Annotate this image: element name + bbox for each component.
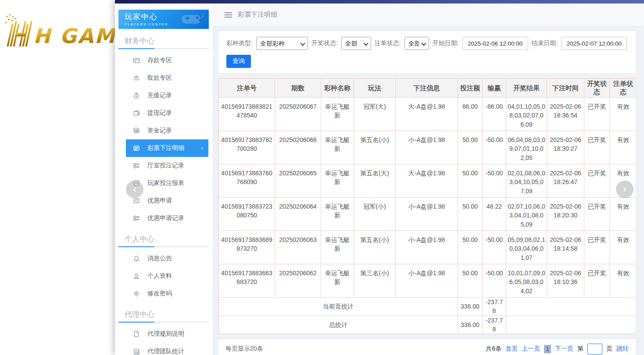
cell-win-loss: 48.22 [483,198,506,231]
sidebar-item-agent-team-stats[interactable]: 代理团队统计 [126,343,208,355]
sidebar-item-change-password[interactable]: 修改密码 [126,285,208,302]
col-draw-status: 开奖状态 [584,79,610,98]
cell-win-loss: -86.00 [483,98,506,131]
table-row: 401569173883760768090 20250206065 幸运飞艇新 … [219,164,637,198]
cell-draw-status: 已开奖 [584,131,610,164]
cell-order-status: 有效 [610,198,637,231]
cell-bet-time: 2025-02-06 18:36:54 [547,98,584,131]
page-summary-label: 当前页统计 [219,298,458,316]
sidebar-item-label: 资金记录 [147,127,172,135]
cell-amount: 50.00 [458,198,483,231]
start-date-input[interactable] [462,37,528,50]
cell-bet-info: 小-A盘@1.98 [396,231,458,264]
sidebar-item-label: 存款专区 [147,57,172,64]
cell-result: 10,01,07,09,06,05,08,03,04,02 [506,264,547,298]
sidebar-item-label: 优惠申请 [147,197,172,205]
user-icon [132,273,140,280]
sidebar-item-withdrawal-records[interactable]: 提现记录 [126,104,208,122]
total-summary-amount: 336.00 [458,316,483,334]
col-period: 期数 [275,79,321,98]
hgame-logo-icon: H GAME [2,12,133,48]
query-button[interactable]: 查询 [226,55,251,68]
expand-right-arrow-icon[interactable]: › [616,181,633,198]
end-date-label: 结束日期: [532,39,558,47]
cell-order-no: 401569173883782700280 [219,131,275,164]
cell-order-no: 401569173883663683720 [219,264,275,298]
cell-play: 冠军(大) [354,98,396,131]
cell-lottery: 幸运飞艇新 [321,98,354,131]
gamepad-icon [180,11,205,28]
cell-period: 20250206062 [275,264,321,298]
cell-order-status: 有效 [610,231,637,264]
cell-play: 第五名(小) [354,131,396,164]
cell-result: 05,09,08,02,10,03,04,06,01,07 [506,231,547,264]
sidebar-item-lottery-bet-details[interactable]: 彩票下注明细 › [126,139,208,157]
cell-bet-info: 大-A盘@1.98 [396,98,458,131]
cell-bet-info: 大-A盘@1.98 [396,164,458,198]
sidebar-item-label: 彩票下注明细 [147,144,184,152]
page-summary-row: 当前页统计 336.00 -237.78 [219,298,637,316]
end-date-input[interactable] [561,37,627,50]
sidebar-item-label: 修改密码 [147,290,172,298]
sidebar-item-withdraw-zone[interactable]: 取款专区 [126,69,208,87]
first-page-link[interactable]: 首页 [505,345,518,353]
top-gradient-strip [115,0,644,4]
cell-draw-status: 已开奖 [584,231,610,264]
col-result: 开奖结果 [506,79,547,98]
table-header-row: 注单号 期数 彩种名称 玩法 下注信息 投注额 输赢 开奖结果 下注时间 开奖状… [219,79,637,98]
cell-amount: 50.00 [458,264,483,298]
cell-bet-time: 2025-02-06 18:20:30 [547,198,584,231]
sidebar-item-fund-records[interactable]: 资金记录 [126,122,208,139]
hall-list-icon [132,162,140,170]
sidebar-header: 玩家中心 PLAYERS CENTER [118,10,209,29]
cell-play: 第五名(大) [354,164,396,198]
bets-table: 注单号 期数 彩种名称 玩法 下注信息 投注额 输赢 开奖结果 下注时间 开奖状… [218,78,636,334]
cell-amount: 50.00 [458,131,483,164]
sidebar-item-label: 优惠申请记录 [147,214,184,222]
funds-icon [132,127,140,135]
draw-status-select[interactable]: 全部 [341,37,371,50]
sidebar-item-recharge-records[interactable]: 充值记录 [126,87,208,104]
cell-period: 20250206067 [275,98,321,131]
cell-lottery: 幸运飞艇新 [321,164,354,198]
hamburger-menu-icon[interactable] [225,12,232,18]
moneybag-icon [132,92,140,99]
cell-result: 06,04,08,03,09,07,01,10,02,05 [506,131,547,164]
col-bet-time: 下注时间 [547,79,584,98]
collapse-left-arrow-icon[interactable]: ‹ [126,181,143,198]
prev-page-link[interactable]: 上一页 [522,345,540,353]
sidebar-item-promo-apply-records[interactable]: 优惠申请记录 [126,209,208,227]
total-summary-winloss: -237.78 [483,316,506,334]
col-lottery-name: 彩种名称 [321,79,354,98]
current-page-badge[interactable]: 1 [544,345,551,353]
section-underline [118,322,209,323]
sidebar-item-announcements[interactable]: 消息公告 [126,250,208,267]
next-page-link[interactable]: 下一页 [555,345,573,353]
document-icon [132,330,140,338]
page-number-input[interactable] [587,344,602,355]
cell-win-loss: -50.00 [483,164,506,198]
jump-link[interactable]: 跳转 [616,345,629,353]
col-win-loss: 输赢 [483,79,506,98]
sidebar-item-label: 个人资料 [147,272,172,280]
sidebar-item-profile[interactable]: 个人资料 [126,267,208,285]
sidebar-item-agent-rules[interactable]: 代理规则说明 [126,325,208,343]
sidebar-item-label: 代理团队统计 [147,348,184,355]
cell-bet-time: 2025-02-06 18:14:58 [547,231,584,264]
deposit-card-icon [132,57,140,64]
cell-bet-info: 小-A盘@1.98 [396,198,458,231]
page-title: 彩票下注明细 [238,11,277,19]
lottery-type-select[interactable]: 全部彩种 [256,37,308,50]
sidebar-item-label: 厅室投注记录 [147,162,184,170]
sidebar-item-hall-bet-records[interactable]: 厅室投注记录 [126,157,208,174]
cell-period: 20250206064 [275,198,321,231]
order-status-select[interactable]: 全部 [404,37,429,50]
page-summary-amount: 336.00 [458,298,483,316]
section-title-finance: 财务中心 [125,36,207,46]
cell-lottery: 幸运飞艇新 [321,264,354,298]
cell-bet-time: 2025-02-06 18:30:27 [547,131,584,164]
cell-bet-info: 小-A盘@1.98 [396,264,458,298]
sidebar-item-deposit-zone[interactable]: 存款专区 [126,52,208,69]
cell-result: 02,07,10,06,03,04,01,08,05,09 [506,198,547,231]
col-order-status: 注单状态 [610,79,637,98]
